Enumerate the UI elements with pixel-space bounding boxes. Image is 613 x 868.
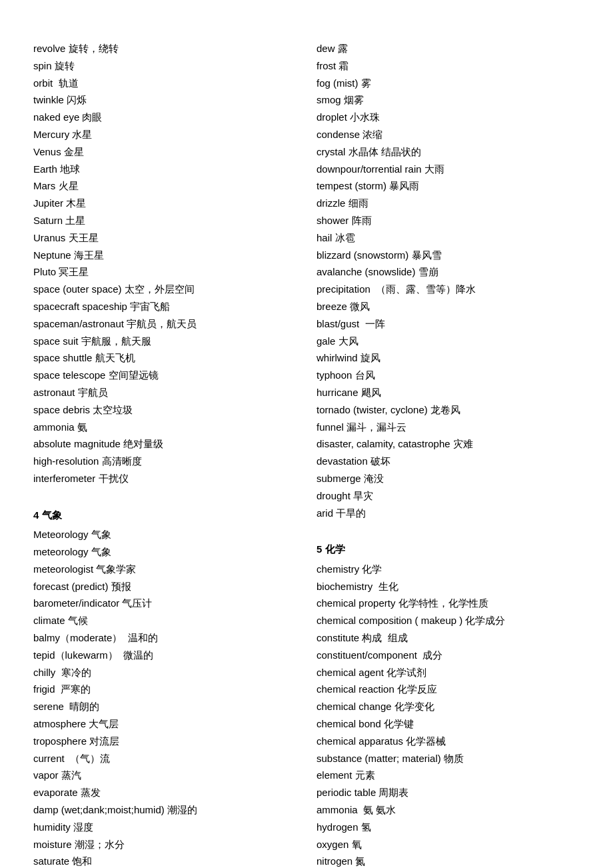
- vocab-line: balmy（moderate） 温和的: [33, 629, 297, 647]
- vocab-line: naked eye 肉眼: [33, 109, 297, 126]
- vocab-line: condense 浓缩: [316, 126, 580, 143]
- vocab-line: troposphere 对流层: [33, 733, 297, 750]
- vocab-line: revolve 旋转，绕转: [33, 40, 297, 57]
- section-header: 4 气象: [33, 506, 297, 525]
- vocab-line: chilly 寒冷的: [33, 664, 297, 681]
- vocab-line: precipitation （雨、露、雪等）降水: [316, 281, 580, 298]
- vocab-line: biochemistry 生化: [316, 578, 580, 595]
- vocab-line: oxygen 氧: [316, 836, 580, 853]
- vocab-line: chemical reaction 化学反应: [316, 681, 580, 698]
- vocab-line: Pluto 冥王星: [33, 263, 297, 281]
- vocab-line: arid 干旱的: [316, 505, 580, 522]
- vocab-line: frigid 严寒的: [33, 681, 297, 698]
- vocab-line: meteorology 气象: [33, 543, 297, 561]
- vocab-line: Venus 金星: [33, 143, 297, 161]
- vocab-line: chemical apparatus 化学器械: [316, 733, 580, 750]
- vocab-line: Jupiter 木星: [33, 195, 297, 212]
- vocab-line: periodic table 周期表: [316, 784, 580, 801]
- vocab-line: orbit 轨道: [33, 75, 297, 92]
- vocab-line: high-resolution 高清晰度: [33, 453, 297, 470]
- vocab-line: space debris 太空垃圾: [33, 401, 297, 419]
- vocab-line: barometer/indicator 气压计: [33, 595, 297, 612]
- vocab-line: hail 冰雹: [316, 229, 580, 247]
- vocab-line: spacecraft spaceship 宇宙飞船: [33, 298, 297, 315]
- vocab-line: evaporate 蒸发: [33, 784, 297, 801]
- vocab-line: tornado (twister, cyclone) 龙卷风: [316, 401, 580, 419]
- vocab-line: downpour/torrential rain 大雨: [316, 161, 580, 178]
- vocab-line: breeze 微风: [316, 298, 580, 315]
- vocab-line: damp (wet;dank;moist;humid) 潮湿的: [33, 801, 297, 819]
- vocab-line: chemical agent 化学试剂: [316, 664, 580, 681]
- vocab-line: astronaut 宇航员: [33, 384, 297, 401]
- vocab-line: meteorologist 气象学家: [33, 561, 297, 578]
- vocab-line: chemical bond 化学键: [316, 715, 580, 733]
- vocab-line: Earth 地球: [33, 161, 297, 178]
- vocab-line: spin 旋转: [33, 57, 297, 75]
- left-column: revolve 旋转，绕转spin 旋转orbit 轨道twinkle 闪烁na…: [33, 40, 310, 868]
- vocab-line: element 元素: [316, 767, 580, 784]
- vocab-line: devastation 破坏: [316, 453, 580, 470]
- vocab-line: ammonia 氨: [33, 419, 297, 436]
- vocab-line: crystal 水晶体 结晶状的: [316, 143, 580, 161]
- vocab-line: chemistry 化学: [316, 561, 580, 578]
- spacer: [33, 487, 297, 494]
- vocab-line: Meteorology 气象: [33, 526, 297, 543]
- vocab-line: substance (matter; material) 物质: [316, 750, 580, 767]
- vocab-line: twinkle 闪烁: [33, 91, 297, 109]
- vocab-line: droplet 小水珠: [316, 109, 580, 126]
- vocab-line: smog 烟雾: [316, 91, 580, 109]
- vocab-line: Uranus 天王星: [33, 229, 297, 247]
- vocab-line: space (outer space) 太空，外层空间: [33, 281, 297, 298]
- spacer: [316, 521, 580, 528]
- vocab-line: frost 霜: [316, 57, 580, 75]
- vocab-line: funnel 漏斗，漏斗云: [316, 419, 580, 436]
- vocab-line: chemical composition ( makeup ) 化学成分: [316, 612, 580, 629]
- vocab-line: atmosphere 大气层: [33, 715, 297, 733]
- vocab-line: submerge 淹没: [316, 470, 580, 487]
- vocab-line: shower 阵雨: [316, 212, 580, 229]
- vocab-line: blizzard (snowstorm) 暴风雪: [316, 247, 580, 264]
- vocab-line: hurricane 飓风: [316, 384, 580, 401]
- vocab-line: spaceman/astronaut 宇航员，航天员: [33, 315, 297, 333]
- vocab-line: fog (mist) 雾: [316, 75, 580, 92]
- vocab-line: serene 晴朗的: [33, 698, 297, 715]
- vocab-line: vapor 蒸汽: [33, 767, 297, 784]
- vocab-line: dew 露: [316, 40, 580, 57]
- vocab-line: climate 气候: [33, 612, 297, 629]
- vocab-line: constitute 构成 组成: [316, 629, 580, 647]
- vocab-line: hydrogen 氢: [316, 819, 580, 836]
- vocab-line: chemical property 化学特性，化学性质: [316, 595, 580, 612]
- vocab-line: interferometer 干扰仪: [33, 470, 297, 487]
- vocab-line: absolute magnitude 绝对量级: [33, 435, 297, 453]
- vocab-line: current （气）流: [33, 750, 297, 767]
- vocab-line: drizzle 细雨: [316, 195, 580, 212]
- right-column: dew 露frost 霜fog (mist) 雾smog 烟雾droplet 小…: [310, 40, 580, 868]
- vocab-line: space shuttle 航天飞机: [33, 349, 297, 367]
- vocab-line: drought 旱灾: [316, 487, 580, 505]
- vocab-line: nitrogen 氮: [316, 853, 580, 868]
- section-header: 5 化学: [316, 540, 580, 559]
- vocab-line: saturate 饱和: [33, 853, 297, 868]
- vocab-line: humidity 湿度: [33, 819, 297, 836]
- vocab-line: gale 大风: [316, 333, 580, 350]
- vocab-line: tempest (storm) 暴风雨: [316, 177, 580, 195]
- vocab-line: whirlwind 旋风: [316, 349, 580, 367]
- vocab-line: forecast (predict) 预报: [33, 578, 297, 595]
- vocab-line: space suit 宇航服，航天服: [33, 333, 297, 350]
- vocab-line: blast/gust 一阵: [316, 315, 580, 333]
- vocab-line: typhoon 台风: [316, 367, 580, 384]
- vocab-line: Saturn 土星: [33, 212, 297, 229]
- vocab-line: ammonia 氨 氨水: [316, 801, 580, 819]
- vocab-line: Mercury 水星: [33, 126, 297, 143]
- vocab-line: Neptune 海王星: [33, 247, 297, 264]
- vocab-line: avalanche (snowslide) 雪崩: [316, 263, 580, 281]
- vocab-line: moisture 潮湿；水分: [33, 836, 297, 853]
- vocab-line: disaster, calamity, catastrophe 灾难: [316, 435, 580, 453]
- vocab-line: Mars 火星: [33, 177, 297, 195]
- vocab-line: constituent/component 成分: [316, 647, 580, 664]
- vocab-line: space telescope 空间望远镜: [33, 367, 297, 384]
- vocab-line: chemical change 化学变化: [316, 698, 580, 715]
- vocab-line: tepid（lukewarm） 微温的: [33, 647, 297, 664]
